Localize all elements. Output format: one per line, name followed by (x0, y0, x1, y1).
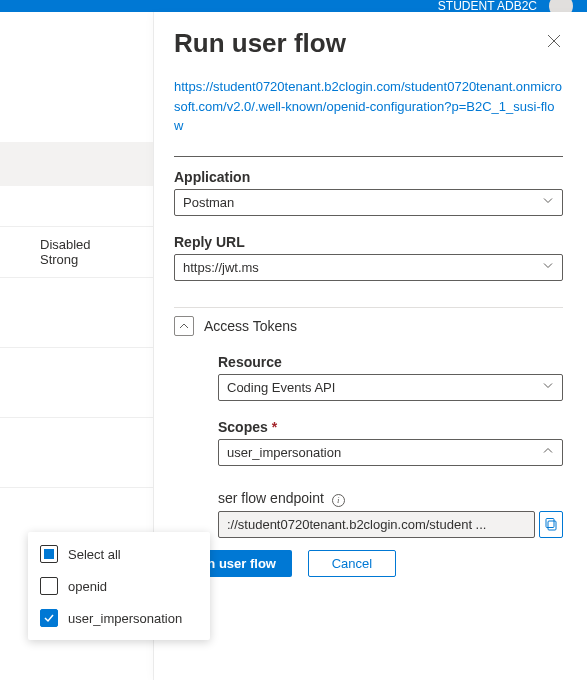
application-value: Postman (183, 195, 234, 210)
checkbox-checked-icon (40, 609, 58, 627)
application-select[interactable]: Postman (174, 189, 563, 216)
row-value-disabled: Disabled (40, 237, 153, 252)
close-icon[interactable] (547, 34, 561, 52)
scope-label-openid: openid (68, 579, 107, 594)
scopes-dropdown: Select all openid user_impersonation (28, 532, 210, 640)
svg-rect-1 (546, 519, 554, 528)
scopes-value: user_impersonation (227, 445, 341, 460)
resource-select[interactable]: Coding Events API (218, 374, 563, 401)
top-bar: STUDENT ADB2C (0, 0, 587, 12)
chevron-down-icon (542, 260, 554, 275)
endpoint-label: ser flow endpoint i (218, 490, 563, 507)
access-tokens-toggle[interactable]: Access Tokens (174, 316, 563, 336)
row-value-strong: Strong (40, 252, 153, 267)
chevron-down-icon (542, 380, 554, 395)
scope-label-user-impersonation: user_impersonation (68, 611, 182, 626)
info-icon[interactable]: i (332, 494, 345, 507)
resource-label: Resource (218, 354, 563, 370)
endpoint-value[interactable]: ://student0720tenant.b2clogin.com/studen… (218, 511, 535, 538)
scopes-select[interactable]: user_impersonation (218, 439, 563, 466)
scopes-label: Scopes * (218, 419, 563, 435)
metadata-url-link[interactable]: https://student0720tenant.b2clogin.com/s… (174, 77, 563, 136)
svg-rect-0 (548, 521, 556, 530)
reply-url-value: https://jwt.ms (183, 260, 259, 275)
copy-button[interactable] (539, 511, 563, 538)
scope-option-user-impersonation[interactable]: user_impersonation (28, 602, 210, 634)
select-all-label: Select all (68, 547, 121, 562)
application-label: Application (174, 169, 563, 185)
chevron-up-icon (542, 445, 554, 460)
reply-url-label: Reply URL (174, 234, 563, 250)
cancel-button[interactable]: Cancel (308, 550, 396, 577)
checkbox-unchecked-icon (40, 577, 58, 595)
checkbox-partial-icon (40, 545, 58, 563)
panel-title: Run user flow (174, 28, 563, 59)
run-user-flow-panel: Run user flow https://student0720tenant.… (154, 12, 587, 680)
resource-value: Coding Events API (227, 380, 335, 395)
chevron-down-icon (542, 195, 554, 210)
access-tokens-label: Access Tokens (204, 318, 297, 334)
reply-url-select[interactable]: https://jwt.ms (174, 254, 563, 281)
chevron-up-icon (174, 316, 194, 336)
scope-option-openid[interactable]: openid (28, 570, 210, 602)
select-all-option[interactable]: Select all (28, 538, 210, 570)
